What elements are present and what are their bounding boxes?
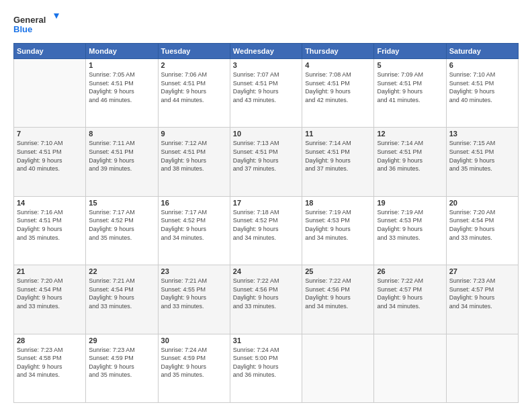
day-header-tuesday: Tuesday [158, 44, 230, 59]
day-header-thursday: Thursday [302, 44, 374, 59]
day-info: Sunrise: 7:14 AM Sunset: 4:51 PM Dayligh… [305, 139, 371, 173]
header: General Blue [13, 12, 519, 38]
week-row-1: 7Sunrise: 7:10 AM Sunset: 4:51 PM Daylig… [14, 128, 519, 196]
day-info: Sunrise: 7:14 AM Sunset: 4:51 PM Dayligh… [377, 139, 443, 173]
day-header-saturday: Saturday [446, 44, 518, 59]
day-info: Sunrise: 7:11 AM Sunset: 4:51 PM Dayligh… [89, 139, 154, 173]
day-number: 5 [377, 61, 443, 69]
day-header-monday: Monday [86, 44, 158, 59]
calendar-cell: 4Sunrise: 7:08 AM Sunset: 4:51 PM Daylig… [302, 59, 374, 128]
calendar-cell: 20Sunrise: 7:20 AM Sunset: 4:54 PM Dayli… [446, 196, 518, 265]
day-info: Sunrise: 7:10 AM Sunset: 4:51 PM Dayligh… [449, 71, 515, 104]
calendar-cell [14, 59, 86, 128]
calendar-cell: 17Sunrise: 7:18 AM Sunset: 4:52 PM Dayli… [230, 196, 302, 265]
day-info: Sunrise: 7:05 AM Sunset: 4:51 PM Dayligh… [89, 71, 154, 104]
calendar-cell: 26Sunrise: 7:22 AM Sunset: 4:57 PM Dayli… [374, 265, 446, 334]
calendar-cell: 3Sunrise: 7:07 AM Sunset: 4:51 PM Daylig… [230, 59, 302, 128]
day-info: Sunrise: 7:22 AM Sunset: 4:56 PM Dayligh… [305, 277, 371, 310]
calendar-cell: 24Sunrise: 7:22 AM Sunset: 4:56 PM Dayli… [230, 265, 302, 334]
day-number: 12 [377, 130, 443, 138]
day-number: 17 [233, 199, 299, 207]
day-number: 27 [449, 267, 515, 275]
calendar-cell: 11Sunrise: 7:14 AM Sunset: 4:51 PM Dayli… [302, 128, 374, 196]
day-info: Sunrise: 7:20 AM Sunset: 4:54 PM Dayligh… [17, 277, 83, 310]
calendar-cell: 6Sunrise: 7:10 AM Sunset: 4:51 PM Daylig… [446, 59, 518, 128]
calendar-cell [374, 334, 446, 402]
svg-text:General: General [13, 15, 46, 25]
day-number: 20 [449, 199, 515, 207]
day-number: 8 [89, 130, 154, 138]
calendar-cell: 25Sunrise: 7:22 AM Sunset: 4:56 PM Dayli… [302, 265, 374, 334]
day-number: 9 [161, 130, 227, 138]
calendar-cell: 7Sunrise: 7:10 AM Sunset: 4:51 PM Daylig… [14, 128, 86, 196]
calendar-cell: 5Sunrise: 7:09 AM Sunset: 4:51 PM Daylig… [374, 59, 446, 128]
day-info: Sunrise: 7:10 AM Sunset: 4:51 PM Dayligh… [17, 139, 83, 173]
calendar-cell: 30Sunrise: 7:24 AM Sunset: 4:59 PM Dayli… [158, 334, 230, 402]
calendar-cell: 15Sunrise: 7:17 AM Sunset: 4:52 PM Dayli… [86, 196, 158, 265]
day-info: Sunrise: 7:09 AM Sunset: 4:51 PM Dayligh… [377, 71, 443, 104]
day-info: Sunrise: 7:06 AM Sunset: 4:51 PM Dayligh… [161, 71, 227, 104]
day-info: Sunrise: 7:23 AM Sunset: 4:57 PM Dayligh… [449, 277, 515, 310]
day-header-wednesday: Wednesday [230, 44, 302, 59]
day-number: 25 [305, 267, 371, 275]
week-row-3: 21Sunrise: 7:20 AM Sunset: 4:54 PM Dayli… [14, 265, 519, 334]
day-info: Sunrise: 7:23 AM Sunset: 4:59 PM Dayligh… [89, 346, 154, 379]
day-number: 10 [233, 130, 299, 138]
calendar-cell: 8Sunrise: 7:11 AM Sunset: 4:51 PM Daylig… [86, 128, 158, 196]
calendar-cell: 13Sunrise: 7:15 AM Sunset: 4:51 PM Dayli… [446, 128, 518, 196]
day-info: Sunrise: 7:17 AM Sunset: 4:52 PM Dayligh… [89, 208, 154, 242]
day-number: 14 [17, 199, 83, 207]
day-number: 26 [377, 267, 443, 275]
day-number: 4 [305, 61, 371, 69]
day-header-friday: Friday [374, 44, 446, 59]
day-info: Sunrise: 7:08 AM Sunset: 4:51 PM Dayligh… [305, 71, 371, 104]
day-number: 3 [233, 61, 299, 69]
day-info: Sunrise: 7:12 AM Sunset: 4:51 PM Dayligh… [161, 139, 227, 173]
day-number: 24 [233, 267, 299, 275]
day-number: 23 [161, 267, 227, 275]
calendar-cell: 16Sunrise: 7:17 AM Sunset: 4:52 PM Dayli… [158, 196, 230, 265]
svg-marker-2 [54, 13, 59, 19]
day-info: Sunrise: 7:15 AM Sunset: 4:51 PM Dayligh… [449, 139, 515, 173]
calendar-cell: 18Sunrise: 7:19 AM Sunset: 4:53 PM Dayli… [302, 196, 374, 265]
day-info: Sunrise: 7:17 AM Sunset: 4:52 PM Dayligh… [161, 208, 227, 242]
day-number: 30 [161, 336, 227, 345]
day-info: Sunrise: 7:24 AM Sunset: 5:00 PM Dayligh… [233, 346, 299, 379]
day-number: 2 [161, 61, 227, 69]
day-info: Sunrise: 7:13 AM Sunset: 4:51 PM Dayligh… [233, 139, 299, 173]
day-number: 11 [305, 130, 371, 138]
day-number: 7 [17, 130, 83, 138]
calendar-cell: 21Sunrise: 7:20 AM Sunset: 4:54 PM Dayli… [14, 265, 86, 334]
week-row-2: 14Sunrise: 7:16 AM Sunset: 4:51 PM Dayli… [14, 196, 519, 265]
calendar-table: SundayMondayTuesdayWednesdayThursdayFrid… [13, 43, 519, 403]
calendar-cell: 31Sunrise: 7:24 AM Sunset: 5:00 PM Dayli… [230, 334, 302, 402]
day-number: 13 [449, 130, 515, 138]
day-number: 1 [89, 61, 154, 69]
page: General Blue SundayMondayTuesdayWednesda… [0, 0, 532, 411]
day-info: Sunrise: 7:20 AM Sunset: 4:54 PM Dayligh… [449, 208, 515, 242]
calendar-cell: 29Sunrise: 7:23 AM Sunset: 4:59 PM Dayli… [86, 334, 158, 402]
day-info: Sunrise: 7:23 AM Sunset: 4:58 PM Dayligh… [17, 346, 83, 379]
calendar-cell [302, 334, 374, 402]
day-info: Sunrise: 7:19 AM Sunset: 4:53 PM Dayligh… [305, 208, 371, 242]
svg-text:Blue: Blue [13, 24, 32, 34]
day-info: Sunrise: 7:22 AM Sunset: 4:56 PM Dayligh… [233, 277, 299, 310]
logo-svg: General Blue [13, 12, 60, 38]
day-number: 31 [233, 336, 299, 345]
calendar-cell: 23Sunrise: 7:21 AM Sunset: 4:55 PM Dayli… [158, 265, 230, 334]
day-info: Sunrise: 7:24 AM Sunset: 4:59 PM Dayligh… [161, 346, 227, 379]
day-info: Sunrise: 7:19 AM Sunset: 4:53 PM Dayligh… [377, 208, 443, 242]
calendar-cell: 12Sunrise: 7:14 AM Sunset: 4:51 PM Dayli… [374, 128, 446, 196]
week-row-0: 1Sunrise: 7:05 AM Sunset: 4:51 PM Daylig… [14, 59, 519, 128]
day-number: 28 [17, 336, 83, 345]
calendar-cell: 27Sunrise: 7:23 AM Sunset: 4:57 PM Dayli… [446, 265, 518, 334]
logo: General Blue [13, 12, 60, 38]
day-number: 15 [89, 199, 154, 207]
day-info: Sunrise: 7:16 AM Sunset: 4:51 PM Dayligh… [17, 208, 83, 242]
calendar-cell: 14Sunrise: 7:16 AM Sunset: 4:51 PM Dayli… [14, 196, 86, 265]
day-info: Sunrise: 7:21 AM Sunset: 4:55 PM Dayligh… [161, 277, 227, 310]
calendar-cell: 10Sunrise: 7:13 AM Sunset: 4:51 PM Dayli… [230, 128, 302, 196]
calendar-cell: 19Sunrise: 7:19 AM Sunset: 4:53 PM Dayli… [374, 196, 446, 265]
day-number: 21 [17, 267, 83, 275]
calendar-cell: 2Sunrise: 7:06 AM Sunset: 4:51 PM Daylig… [158, 59, 230, 128]
